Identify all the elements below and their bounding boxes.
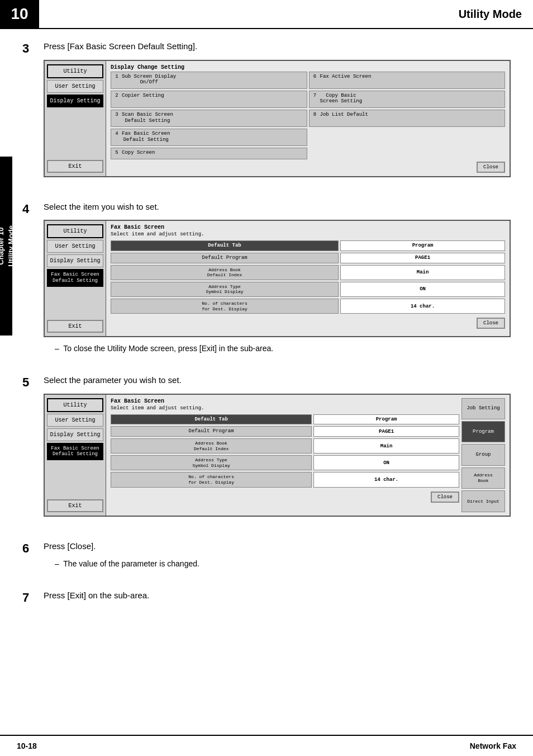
step-4-note: – To close the Utility Mode screen, pres… [44, 344, 511, 353]
screen1-main: Display Change Setting 1Sub Screen Displ… [106, 61, 510, 176]
screen3-row-1: Default Tab Program [111, 414, 459, 425]
screen1-sidebar: Utility User Setting Display Setting Exi… [45, 61, 106, 176]
screen3-label-1[interactable]: Default Tab [111, 414, 312, 425]
screen3-row-5: No. of charactersfor Dest. Display 14 ch… [111, 472, 459, 487]
step-6-number: 6 [22, 541, 44, 556]
step-5: 5 Select the parameter you wish to set. … [22, 374, 511, 523]
screen3-sidebar: Utility User Setting Display Setting Fax… [45, 395, 106, 516]
step-7: 7 Press [Exit] on the sub-area. [22, 589, 511, 609]
screen3-close-btn[interactable]: Close [431, 492, 459, 503]
screen2-sidebar: Utility User Setting Display Setting Fax… [45, 221, 106, 336]
screen1-display-setting-btn[interactable]: Display Setting [47, 94, 103, 107]
step-3-body: Press [Fax Basic Screen Default Setting]… [44, 40, 511, 184]
screen2-utility-btn[interactable]: Utility [47, 224, 103, 238]
screen3-main: Fax Basic Screen Select item and adjust … [106, 395, 510, 516]
step-4-desc: Select the item you wish to set. [44, 201, 511, 214]
page-header: 10 Utility Mode [0, 0, 533, 29]
screen2-subtitle: Select item and adjust setting. [111, 231, 505, 237]
screen1-item-3[interactable]: 3Scan Basic ScreenDefault Setting [111, 110, 307, 127]
screen3-label-2[interactable]: Default Program [111, 426, 312, 437]
screen1-close-row: Close [111, 162, 505, 173]
step-6-body: Press [Close]. – The value of the parame… [44, 540, 511, 573]
screen3-utility-btn[interactable]: Utility [47, 398, 103, 412]
screen2-fax-basic-btn[interactable]: Fax Basic ScreenDefault Setting [47, 269, 103, 287]
screen3-value-3: Main [313, 438, 459, 453]
screen1-item-2[interactable]: 2Copier Setting [111, 91, 307, 108]
screen3-job-setting-label: Job Setting [461, 398, 505, 419]
screen2-user-setting-btn[interactable]: User Setting [47, 240, 103, 253]
screen2-value-2: PAGE1 [340, 253, 505, 263]
screen3-row-2: Default Program PAGE1 [111, 426, 459, 437]
screen1-user-setting-btn[interactable]: User Setting [47, 80, 103, 93]
screen1-item-8[interactable]: 8Job List Default [309, 110, 506, 127]
screen3-user-setting-btn[interactable]: User Setting [47, 414, 103, 427]
screen2-row-4: Address TypeSymbol Display ON [111, 282, 505, 297]
step-6-note: – The value of the parameter is changed. [44, 559, 511, 568]
step-5-number: 5 [22, 375, 44, 390]
screen2-display-setting-btn[interactable]: Display Setting [47, 254, 103, 267]
screen3-program-btn[interactable]: Program [461, 421, 505, 442]
screen2-row-3: Address BookDefault Index Main [111, 265, 505, 280]
screen3-direct-input-btn[interactable]: Direct Input [461, 490, 505, 512]
screen3-group-btn[interactable]: Group [461, 444, 505, 465]
screen2-main: Fax Basic Screen Select item and adjust … [106, 221, 510, 336]
screen1-item-6[interactable]: 6Fax Active Screen [309, 72, 506, 89]
sidebar-tab-text: Chapter 10Utility Mode [0, 225, 16, 267]
screen1-item-1[interactable]: 1Sub Screen DisplayOn/Off [111, 72, 307, 89]
screen3-label-5[interactable]: No. of charactersfor Dest. Display [111, 472, 312, 487]
screen2-value-4: ON [340, 282, 505, 297]
screen1-title: Display Change Setting [111, 64, 505, 70]
screen2-label-1[interactable]: Default Tab [111, 240, 339, 251]
page-footer: 10-18 Network Fax [0, 735, 533, 756]
screen3-close-row: Close [111, 492, 459, 503]
screen2-mockup: Utility User Setting Display Setting Fax… [44, 220, 511, 337]
screen2-row-1: Default Tab Program [111, 240, 505, 251]
screen3-value-1: Program [313, 414, 459, 425]
screen2-row-5: No. of charactersfor Dest. Display 14 ch… [111, 299, 505, 314]
step-5-body: Select the parameter you wish to set. Ut… [44, 374, 511, 523]
step-6: 6 Press [Close]. – The value of the para… [22, 540, 511, 573]
screen3-fax-basic-btn[interactable]: Fax Basic ScreenDefault Setting [47, 443, 103, 461]
screen3-label-4[interactable]: Address TypeSymbol Display [111, 455, 312, 470]
screen3-row-3: Address BookDefault Index Main [111, 438, 459, 453]
screen3-value-2: PAGE1 [313, 426, 459, 437]
screen3-subtitle: Select item and adjust setting. [111, 405, 459, 411]
step-7-body: Press [Exit] on the sub-area. [44, 589, 511, 609]
screen2-exit-btn[interactable]: Exit [47, 320, 103, 333]
step-6-desc: Press [Close]. [44, 540, 511, 553]
screen3-title: Fax Basic Screen [111, 398, 459, 404]
screen2-label-5[interactable]: No. of charactersfor Dest. Display [111, 299, 339, 314]
screen2-label-3[interactable]: Address BookDefault Index [111, 265, 339, 280]
screen3-exit-btn[interactable]: Exit [47, 499, 103, 512]
screen2-title: Fax Basic Screen [111, 224, 505, 230]
screen2-close-btn[interactable]: Close [477, 318, 505, 329]
step-3: 3 Press [Fax Basic Screen Default Settin… [22, 40, 511, 184]
step-7-desc: Press [Exit] on the sub-area. [44, 589, 511, 602]
chapter-number: 10 [0, 0, 39, 28]
screen2-value-3: Main [340, 265, 505, 280]
screen1-mockup: Utility User Setting Display Setting Exi… [44, 60, 511, 177]
screen2-label-2[interactable]: Default Program [111, 253, 339, 263]
screen1-close-btn[interactable]: Close [477, 162, 505, 173]
step-3-desc: Press [Fax Basic Screen Default Setting]… [44, 40, 511, 53]
screen2-row-2: Default Program PAGE1 [111, 253, 505, 263]
screen1-item-5[interactable]: 5Copy Screen [111, 148, 307, 159]
screen3-label-3[interactable]: Address BookDefault Index [111, 438, 312, 453]
screen1-utility-btn[interactable]: Utility [47, 64, 103, 78]
screen2-value-5: 14 char. [340, 299, 505, 314]
screen1-exit-btn[interactable]: Exit [47, 160, 103, 173]
screen3-mockup: Utility User Setting Display Setting Fax… [44, 394, 511, 517]
main-content: 3 Press [Fax Basic Screen Default Settin… [0, 29, 533, 648]
screen3-display-setting-btn[interactable]: Display Setting [47, 428, 103, 441]
step-3-number: 3 [22, 41, 44, 56]
screen3-value-4: ON [313, 455, 459, 470]
screen1-item-4[interactable]: 4Fax Basic ScreenDefault Setting [111, 129, 307, 146]
screen3-value-5: 14 char. [313, 472, 459, 487]
screen3-address-book-btn[interactable]: AddressBook [461, 467, 505, 489]
screen2-value-1: Program [340, 240, 505, 251]
screen3-row-4: Address TypeSymbol Display ON [111, 455, 459, 470]
screen1-item-7[interactable]: 7Copy BasicScreen Setting [309, 91, 506, 108]
screen2-label-4[interactable]: Address TypeSymbol Display [111, 282, 339, 297]
step-5-desc: Select the parameter you wish to set. [44, 374, 511, 387]
step-4: 4 Select the item you wish to set. Utili… [22, 201, 511, 358]
